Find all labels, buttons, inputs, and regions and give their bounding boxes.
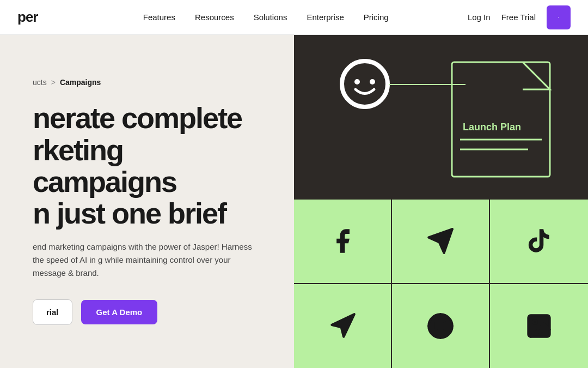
hero-title-line3: n just one brief	[33, 197, 226, 230]
globe-icon	[426, 312, 455, 340]
nav-item-features[interactable]: Features	[143, 13, 175, 22]
main-content: ucts > Campaigns nerate complete rketing…	[0, 0, 588, 368]
svg-point-2	[370, 79, 375, 85]
hero-title-line2: rketing campaigns	[33, 134, 176, 198]
hero-title-line1: nerate complete	[33, 101, 242, 134]
nav-item-resources[interactable]: Resources	[195, 13, 234, 22]
nav-item-enterprise[interactable]: Enterprise	[307, 13, 344, 22]
login-link[interactable]: Log In	[468, 13, 491, 22]
left-panel: ucts > Campaigns nerate complete rketing…	[0, 35, 294, 368]
grid-cell-email	[392, 200, 490, 284]
grid-cell-web	[392, 284, 490, 369]
navbar: per Features Resources Solutions Enterpr…	[0, 0, 588, 35]
megaphone-icon	[328, 312, 357, 340]
svg-point-13	[533, 320, 537, 324]
illustration-grid: Launch Plan	[294, 35, 588, 368]
svg-rect-3	[452, 62, 550, 177]
nav-actions: Log In Free Trial	[468, 5, 571, 29]
grid-cell-facebook	[294, 200, 392, 284]
breadcrumb-current: Campaigns	[60, 78, 101, 87]
breadcrumb-parent[interactable]: ucts	[33, 78, 47, 87]
breadcrumb: ucts > Campaigns	[33, 78, 268, 87]
grid-cell-ads	[294, 284, 392, 369]
tiktok-icon	[525, 227, 553, 255]
nav-item-solutions[interactable]: Solutions	[254, 13, 287, 22]
send-icon	[426, 227, 455, 255]
illus-top: Launch Plan	[294, 35, 588, 198]
illus-bottom	[294, 198, 588, 368]
smiley-robot-svg	[338, 57, 392, 111]
doc-card-svg: Launch Plan	[446, 51, 566, 188]
chevron-right-icon	[558, 12, 560, 23]
svg-line-4	[523, 62, 550, 89]
breadcrumb-separator: >	[51, 78, 56, 87]
right-panel: Launch Plan	[294, 35, 588, 368]
free-trial-link[interactable]: Free Trial	[501, 13, 536, 22]
hero-subtitle: end marketing campaigns with the power o…	[33, 240, 261, 280]
demo-button[interactable]: Get A Demo	[81, 300, 158, 324]
image-icon	[525, 312, 553, 340]
svg-point-0	[342, 61, 388, 107]
nav-cta-button[interactable]	[547, 5, 571, 29]
facebook-icon	[328, 227, 357, 255]
grid-cell-tiktok	[490, 200, 588, 284]
logo: per	[17, 9, 38, 26]
doc-card: Launch Plan	[446, 51, 566, 188]
svg-marker-9	[428, 230, 452, 253]
trial-button[interactable]: rial	[33, 299, 72, 325]
nav-links: Features Resources Solutions Enterprise …	[64, 13, 467, 22]
svg-text:Launch Plan: Launch Plan	[463, 122, 521, 132]
hero-buttons: rial Get A Demo	[33, 299, 268, 325]
robot-icon	[338, 57, 392, 111]
grid-cell-image	[490, 284, 588, 369]
nav-item-pricing[interactable]: Pricing	[364, 13, 389, 22]
hero-title: nerate complete rketing campaigns n just…	[33, 102, 268, 229]
svg-point-1	[354, 79, 360, 85]
